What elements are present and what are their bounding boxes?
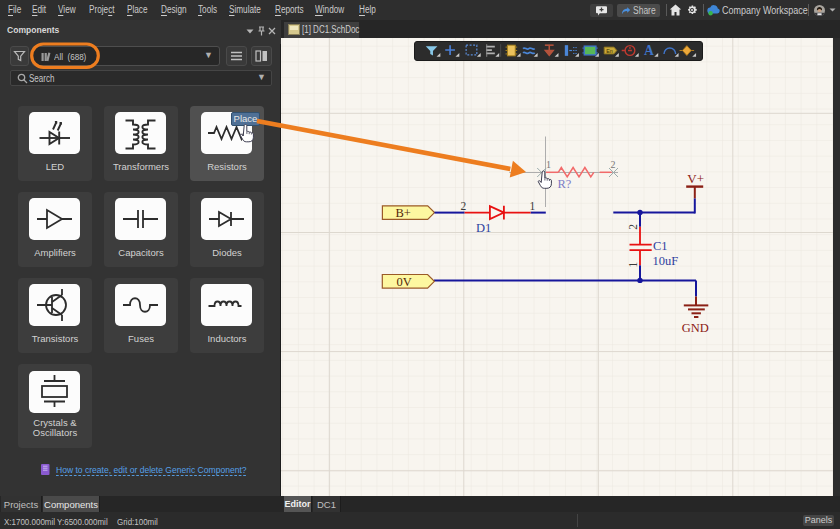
svg-text:C1: C1	[653, 239, 668, 253]
svg-text:V+: V+	[687, 171, 704, 186]
svg-text:B+: B+	[396, 206, 411, 220]
svg-text:2: 2	[611, 159, 616, 170]
svg-text:1: 1	[530, 200, 536, 212]
svg-text:0V: 0V	[397, 275, 412, 289]
svg-text:D1: D1	[476, 221, 491, 235]
svg-text:A: A	[644, 43, 654, 58]
svg-text:GND: GND	[682, 321, 709, 335]
svg-text:En: En	[606, 48, 613, 54]
svg-text:10uF: 10uF	[653, 254, 679, 268]
svg-text:R?: R?	[558, 177, 572, 191]
svg-text:1: 1	[627, 262, 639, 268]
svg-text:2: 2	[461, 200, 467, 212]
svg-text:1: 1	[546, 159, 551, 170]
svg-text:2: 2	[627, 224, 639, 230]
